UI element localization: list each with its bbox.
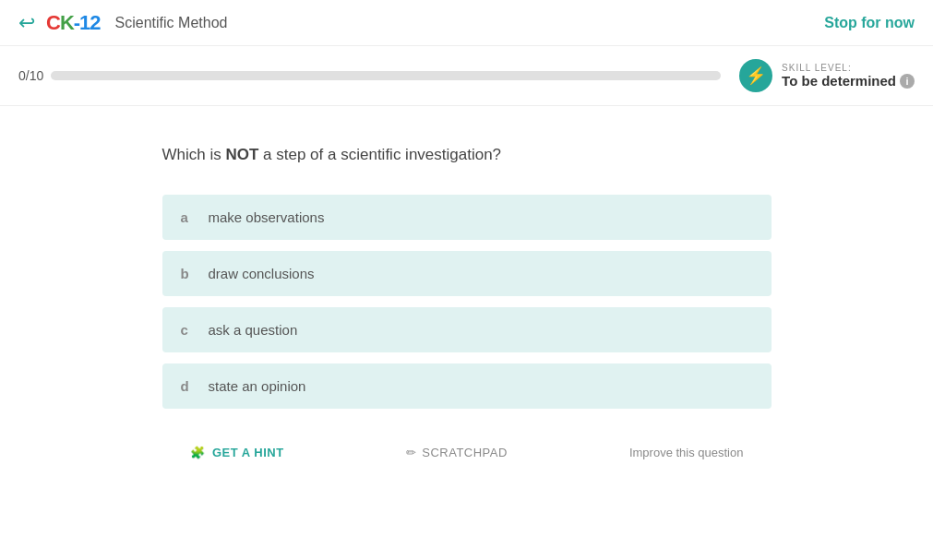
back-icon[interactable]: ↩ xyxy=(18,11,35,35)
scratchpad-button[interactable]: ✏ SCRATCHPAD xyxy=(406,446,508,459)
skill-level-label: SKILL LEVEL: xyxy=(782,63,915,73)
question-suffix: a step of a scientific investigation? xyxy=(258,146,501,163)
question-emphasis: NOT xyxy=(225,146,258,163)
hint-label: GET A HINT xyxy=(212,446,284,459)
option-item-b[interactable]: bdraw conclusions xyxy=(162,251,772,296)
option-text-c: ask a question xyxy=(209,322,298,338)
option-letter-a: a xyxy=(181,209,196,225)
header-title: Scientific Method xyxy=(115,15,228,31)
progress-wrapper: 0/10 xyxy=(18,68,721,83)
hint-button[interactable]: 🧩 GET A HINT xyxy=(190,446,284,459)
header: ↩ CK-12 Scientific Method Stop for now xyxy=(0,0,933,46)
hint-icon: 🧩 xyxy=(190,446,206,459)
progress-bar-container xyxy=(51,71,721,80)
header-left: ↩ CK-12 Scientific Method xyxy=(18,11,227,35)
scratchpad-label: SCRATCHPAD xyxy=(422,446,508,459)
scratchpad-icon: ✏ xyxy=(406,446,417,459)
option-item-a[interactable]: amake observations xyxy=(162,195,772,240)
logo-12: 12 xyxy=(79,11,100,34)
skill-value-text: To be determined xyxy=(782,73,896,89)
option-text-b: draw conclusions xyxy=(209,266,315,281)
logo: CK-12 xyxy=(46,11,101,35)
option-text-a: make observations xyxy=(209,209,325,225)
skill-value: To be determined i xyxy=(782,73,915,89)
skill-text: SKILL LEVEL: To be determined i xyxy=(782,63,915,89)
stop-button[interactable]: Stop for now xyxy=(824,15,915,31)
improve-button[interactable]: Improve this question xyxy=(629,446,744,459)
option-item-c[interactable]: cask a question xyxy=(162,307,772,352)
skill-level-box: ⚡ SKILL LEVEL: To be determined i xyxy=(739,59,915,92)
question-text: Which is NOT a step of a scientific inve… xyxy=(162,143,772,167)
info-icon[interactable]: i xyxy=(900,74,915,89)
bottom-toolbar: 🧩 GET A HINT ✏ SCRATCHPAD Improve this q… xyxy=(162,427,772,478)
progress-area: 0/10 ⚡ SKILL LEVEL: To be determined i xyxy=(0,46,933,106)
option-letter-d: d xyxy=(181,378,196,394)
question-prefix: Which is xyxy=(162,146,226,163)
option-text-d: state an opinion xyxy=(209,378,306,394)
logo-k: K xyxy=(60,11,74,34)
main-content: Which is NOT a step of a scientific inve… xyxy=(144,106,790,506)
progress-label: 0/10 xyxy=(18,68,43,83)
lightning-icon: ⚡ xyxy=(739,59,772,92)
logo-c: C xyxy=(46,11,60,34)
option-item-d[interactable]: dstate an opinion xyxy=(162,363,772,409)
options-list: amake observationsbdraw conclusionscask … xyxy=(162,195,772,409)
option-letter-c: c xyxy=(181,322,196,338)
option-letter-b: b xyxy=(181,266,196,281)
